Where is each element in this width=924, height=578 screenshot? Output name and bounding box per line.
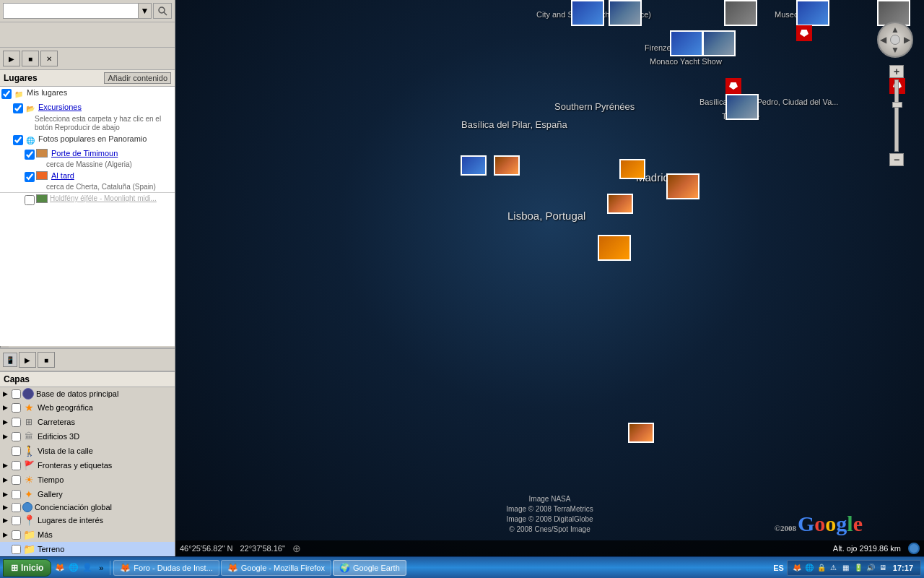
layer-terreno[interactable]: 📁 Terreno [0, 542, 175, 556]
expand-mas[interactable]: ▶ [3, 531, 10, 538]
checkbox-fronteras[interactable] [12, 461, 21, 470]
expand-tiempo[interactable]: ▶ [3, 476, 10, 483]
tree-item-fotos-panoramio[interactable]: 🌐 Fotos populares en Panoramio [12, 134, 175, 147]
nav-left[interactable]: ◀ [880, 35, 886, 45]
expand-carreteras[interactable]: ▶ [3, 418, 10, 426]
search-dropdown[interactable]: ▼ [139, 3, 152, 19]
tree-item-al-tard[interactable]: Al tard [23, 171, 175, 183]
tree-item-mis-lugares[interactable]: 📁 Mis lugares [0, 87, 175, 100]
photo-pyrenees-2[interactable] [666, 173, 699, 199]
places-scrollbar[interactable] [0, 346, 9, 348]
photo-thumb-3[interactable] [724, 0, 757, 26]
photo-thumb-4[interactable] [796, 0, 829, 26]
photo-bottom-1[interactable] [628, 423, 654, 443]
checkbox-vista-calle[interactable] [12, 447, 21, 456]
layer-carreteras[interactable]: ▶ ⊞ Carreteras [0, 415, 175, 429]
add-content-button[interactable]: Añadir contenido [104, 72, 171, 84]
checkbox-terreno[interactable] [12, 545, 21, 554]
play-button-2[interactable]: ▶ [19, 352, 36, 368]
label-al-tard[interactable]: Al tard [51, 171, 74, 180]
badge-rome[interactable] [725, 78, 741, 94]
taskbar-btn-firefox[interactable]: 🦊 Google - Mozilla Firefox [221, 560, 331, 576]
tray-icon-battery[interactable]: 🔋 [853, 563, 863, 573]
checkbox-base-datos[interactable] [12, 389, 21, 399]
checkbox-gallery[interactable] [12, 490, 21, 499]
tray-icon-firefox[interactable]: 🦊 [792, 563, 802, 573]
tray-icon-warn[interactable]: ⚠ [829, 563, 839, 573]
navigation-control[interactable]: ▲ ▼ ◀ ▶ [877, 22, 913, 58]
stop-button[interactable]: ■ [22, 51, 39, 66]
checkbox-mas[interactable] [12, 530, 21, 540]
zoom-slider[interactable] [894, 79, 899, 152]
badge-venice[interactable] [796, 25, 812, 41]
expand-fronteras[interactable]: ▶ [3, 462, 10, 469]
expand-base-datos[interactable]: ▶ [3, 390, 10, 397]
quick-icon-2[interactable]: 🌐 [68, 562, 79, 574]
zoom-thumb[interactable] [892, 102, 902, 108]
photo-rome-1[interactable] [725, 94, 759, 120]
expand-web-geo[interactable]: ▶ [3, 404, 10, 411]
photo-thumb-1[interactable] [571, 0, 604, 26]
expand-terreno[interactable] [3, 545, 10, 553]
photo-spain-2[interactable] [494, 155, 520, 176]
tree-item-porte-timimoun[interactable]: Porte de Timimoun [23, 148, 175, 160]
nav-down[interactable]: ▼ [891, 45, 899, 55]
layer-tiempo[interactable]: ▶ ☀ Tiempo [0, 473, 175, 487]
close-button[interactable]: ✕ [40, 51, 58, 66]
nav-ring[interactable]: ▲ ▼ ◀ ▶ [877, 22, 913, 58]
taskbar-btn-earth[interactable]: 🌍 Google Earth [333, 560, 406, 576]
search-input[interactable] [3, 3, 139, 19]
layer-vista-calle[interactable]: 🚶 Vista de la calle [0, 444, 175, 458]
expand-concienciacion[interactable]: ▶ [3, 504, 10, 511]
tray-icon-network[interactable]: 🌐 [804, 563, 814, 573]
label-excursiones[interactable]: Excursiones [38, 103, 82, 111]
tray-icon-speaker[interactable]: 🔊 [866, 563, 876, 573]
zoom-out-button[interactable]: − [889, 153, 904, 166]
label-porte-timimoun[interactable]: Porte de Timimoun [51, 149, 118, 158]
checkbox-more[interactable] [25, 195, 35, 205]
checkbox-web-geografica[interactable] [12, 403, 21, 413]
zoom-control[interactable]: + − [889, 65, 904, 166]
checkbox-al-tard[interactable] [25, 172, 35, 182]
layer-fronteras[interactable]: ▶ 🚩 Fronteras y etiquetas [0, 458, 175, 473]
tray-icon-bars[interactable]: ▦ [841, 563, 851, 573]
layer-concienciacion[interactable]: ▶ Concienciación global [0, 501, 175, 513]
nav-center[interactable] [890, 35, 900, 45]
nav-right[interactable]: ▶ [904, 35, 910, 45]
photo-italy-1[interactable] [670, 30, 703, 56]
checkbox-lugares[interactable] [12, 516, 21, 525]
layer-gallery[interactable]: ▶ ✦ Gallery [0, 487, 175, 501]
expand-gallery[interactable]: ▶ [3, 491, 10, 498]
tree-item-excursiones[interactable]: 📂 Excursiones [12, 102, 175, 115]
layer-web-geografica[interactable]: ▶ ★ Web geográfica [0, 400, 175, 415]
expand-lugares[interactable]: ▶ [3, 517, 10, 524]
quick-icon-3[interactable]: 👤 [82, 562, 93, 574]
coords-indicator[interactable]: ⊕ [292, 543, 301, 554]
stop-button-2[interactable]: ■ [38, 352, 55, 368]
checkbox-concienciacion[interactable] [12, 503, 21, 512]
layer-lugares-interes[interactable]: ▶ 📍 Lugares de interés [0, 513, 175, 527]
checkbox-excursiones[interactable] [13, 103, 23, 113]
tree-item-more[interactable]: Holdfény éjféle - Moonlight midi... [23, 194, 175, 206]
tray-icon-monitor[interactable]: 🖥 [878, 563, 888, 573]
checkbox-porte-timimoun[interactable] [25, 150, 35, 160]
expand-vista-calle[interactable] [3, 447, 10, 454]
photo-south-1[interactable] [598, 235, 631, 261]
expand-edificios[interactable]: ▶ [3, 433, 10, 440]
taskbar-btn-foro[interactable]: 🦊 Foro - Dudas de Inst... [113, 560, 219, 576]
checkbox-fotos-panoramio[interactable] [13, 135, 23, 145]
photo-italy-2[interactable] [702, 30, 736, 56]
play-button[interactable]: ▶ [3, 51, 20, 66]
checkbox-carreteras[interactable] [12, 418, 21, 427]
search-button[interactable] [153, 3, 172, 19]
start-button[interactable]: ⊞ Inicio [3, 559, 51, 577]
map-area[interactable]: Lisboa, Portugal Madrid Southern Pyrénée… [175, 0, 924, 556]
checkbox-tiempo[interactable] [12, 475, 21, 485]
checkbox-mis-lugares[interactable] [1, 89, 12, 99]
layer-base-datos[interactable]: ▶ Base de datos principal [0, 387, 175, 400]
layer-edificios-3d[interactable]: ▶ 🏛 Edificios 3D [0, 429, 175, 444]
photo-thumb-2[interactable] [609, 0, 642, 26]
tray-icon-lock[interactable]: 🔒 [816, 563, 827, 573]
checkbox-edificios[interactable] [12, 432, 21, 441]
nav-up[interactable]: ▲ [891, 25, 899, 35]
